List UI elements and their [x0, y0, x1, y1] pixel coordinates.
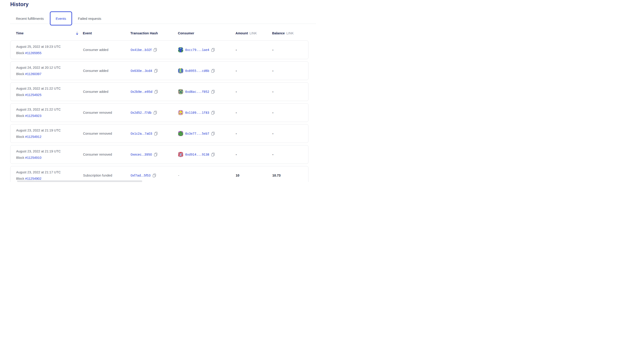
consumer-identicon-avatar	[178, 47, 183, 52]
copy-icon	[211, 69, 215, 73]
table-row: August 24, 2022 at 20:12 UTC Block #1126…	[10, 62, 308, 80]
page-title: History	[10, 1, 29, 8]
block-number-link[interactable]: #11254902	[25, 177, 42, 180]
copy-icon	[154, 132, 158, 136]
amount-value: -	[236, 90, 237, 94]
consumer-address-link[interactable]: 0x1109...1f83	[185, 111, 209, 114]
transaction-hash-link[interactable]: 0x2b9e...e85d	[130, 90, 152, 94]
transaction-hash-link[interactable]: 0x2d52...f7db	[130, 111, 152, 114]
tab-bar: Recent fulfillments Events Failed reques…	[16, 12, 101, 26]
amount-unit-label: LINK	[250, 32, 257, 35]
consumer-identicon-avatar	[178, 131, 183, 136]
balance-value: -	[272, 111, 274, 114]
table-row: August 23, 2022 at 21:19 UTC Block #1125…	[10, 124, 308, 143]
balance-value: -	[272, 69, 274, 72]
tab-failed-requests[interactable]: Failed requests	[78, 16, 102, 20]
copy-consumer-address-button[interactable]	[211, 69, 215, 73]
table-row: August 23, 2022 at 21:17 UTC Block #1125…	[10, 166, 308, 182]
copy-transaction-hash-button[interactable]	[154, 69, 158, 73]
copy-transaction-hash-button[interactable]	[154, 153, 158, 156]
copy-transaction-hash-button[interactable]	[153, 174, 156, 178]
block-label: Block	[16, 177, 24, 180]
copy-icon	[211, 90, 215, 94]
balance-unit-label: LINK	[286, 32, 294, 35]
block-number-link[interactable]: #11254923	[25, 114, 42, 118]
tab-events-label: Events	[56, 16, 66, 20]
event-timestamp: August 23, 2022 at 21:22 UTC	[16, 106, 83, 112]
block-label: Block	[16, 72, 24, 76]
consumer-address-link[interactable]: 0xd8ac...f052	[185, 90, 209, 94]
consumer-address-link[interactable]: 0x3e77...5eb7	[185, 132, 209, 135]
event-type: Subscription funded	[83, 174, 112, 177]
consumer-address-link[interactable]: 0xcc79...1ae4	[185, 48, 209, 52]
block-label: Block	[16, 93, 24, 97]
tab-recent-fulfillments[interactable]: Recent fulfillments	[16, 16, 44, 20]
copy-transaction-hash-button[interactable]	[154, 90, 158, 94]
block-number-link[interactable]: #11254925	[25, 93, 42, 97]
column-header-amount[interactable]: Amount	[236, 32, 248, 35]
balance-value: 10.73	[272, 174, 280, 177]
consumer-address-link[interactable]: 0x8955...cd6b	[185, 69, 209, 72]
column-header-transaction-hash[interactable]: Transaction Hash	[130, 32, 158, 35]
copy-consumer-address-button[interactable]	[211, 153, 215, 156]
amount-value: -	[236, 48, 237, 52]
event-timestamp: August 23, 2022 at 21:22 UTC	[16, 85, 83, 92]
event-timestamp: August 23, 2022 at 21:17 UTC	[16, 169, 83, 176]
column-header-balance[interactable]: Balance	[272, 32, 285, 35]
copy-consumer-address-button[interactable]	[211, 132, 215, 136]
amount-value: 10	[236, 174, 239, 177]
transaction-hash-link[interactable]: 0x630e...3cd4	[130, 69, 152, 72]
copy-icon	[154, 48, 157, 52]
consumer-address-link[interactable]: 0xd914...9138	[185, 153, 209, 156]
copy-icon	[154, 111, 157, 115]
balance-value: -	[272, 90, 274, 94]
copy-consumer-address-button[interactable]	[211, 111, 215, 115]
history-page: History Recent fulfillments Events Faile…	[0, 0, 316, 182]
transaction-hash-link[interactable]: 0x41be...b32f	[130, 48, 152, 52]
table-row: August 23, 2022 at 21:19 UTC Block #1125…	[10, 145, 308, 164]
table-row: August 23, 2022 at 21:22 UTC Block #1125…	[10, 82, 308, 101]
copy-icon	[154, 153, 158, 156]
copy-consumer-address-button[interactable]	[211, 48, 215, 52]
balance-value: -	[272, 132, 274, 135]
consumer-identicon-avatar	[178, 68, 183, 73]
copy-icon	[154, 90, 158, 94]
amount-value: -	[236, 132, 237, 135]
column-header-event[interactable]: Event	[83, 32, 92, 35]
transaction-hash-link[interactable]: 0x1c2a...7a03	[130, 132, 152, 135]
consumer-identicon-avatar	[178, 89, 183, 94]
table-row: August 25, 2022 at 19:23 UTC Block #1126…	[10, 40, 308, 59]
block-number-link[interactable]: #11265955	[25, 51, 42, 55]
consumer-identicon-avatar	[178, 152, 183, 157]
column-header-consumer[interactable]: Consumer	[178, 32, 194, 35]
sort-descending-icon[interactable]	[76, 32, 78, 35]
copy-icon	[154, 69, 158, 73]
block-number-link[interactable]: #11254912	[25, 135, 42, 138]
balance-value: -	[272, 153, 274, 156]
copy-transaction-hash-button[interactable]	[154, 111, 157, 115]
copy-icon	[211, 132, 215, 136]
tab-events[interactable]: Events	[50, 12, 72, 26]
copy-transaction-hash-button[interactable]	[154, 48, 157, 52]
amount-value: -	[236, 111, 237, 114]
consumer-address-link[interactable]: -	[178, 174, 179, 177]
event-type: Consumer removed	[83, 132, 112, 135]
table-header: Time Event Transaction Hash Consumer Amo…	[10, 30, 308, 37]
horizontal-scrollbar-thumb[interactable]	[17, 180, 142, 182]
copy-icon	[211, 153, 215, 156]
sort-up-arrow-icon	[76, 32, 78, 33]
transaction-hash-link[interactable]: 0xecec...3950	[130, 153, 152, 156]
block-label: Block	[16, 114, 24, 118]
transaction-hash-link[interactable]: 0xf7ad...5f53	[130, 174, 150, 177]
column-header-time[interactable]: Time	[16, 32, 24, 35]
amount-value: -	[236, 153, 237, 156]
copy-icon	[211, 111, 215, 115]
table-body: August 25, 2022 at 19:23 UTC Block #1126…	[10, 40, 308, 182]
block-label: Block	[16, 135, 24, 138]
block-number-link[interactable]: #11260397	[25, 72, 42, 76]
copy-transaction-hash-button[interactable]	[154, 132, 158, 136]
event-timestamp: August 24, 2022 at 20:12 UTC	[16, 64, 83, 71]
copy-consumer-address-button[interactable]	[211, 90, 215, 94]
block-number-link[interactable]: #11254910	[25, 156, 42, 160]
consumer-identicon-avatar	[178, 110, 183, 115]
